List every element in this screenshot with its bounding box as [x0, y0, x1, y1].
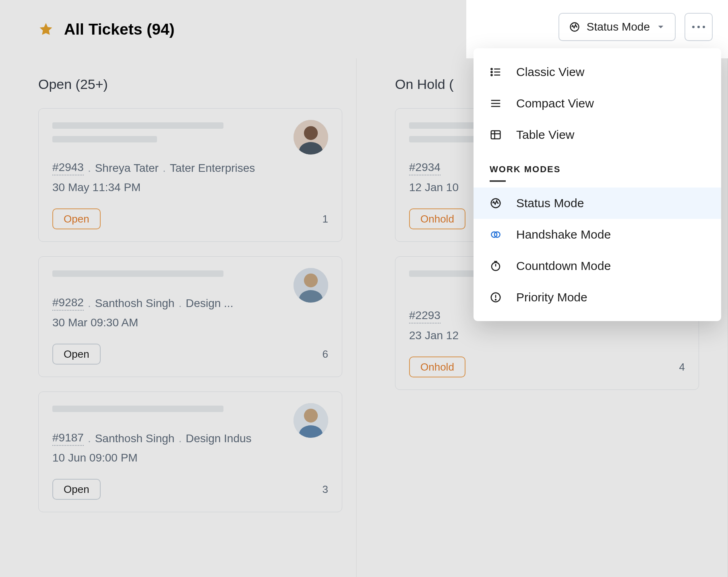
svg-point-5	[304, 274, 318, 287]
meta-sep: .	[88, 162, 91, 175]
ticket-count: 1	[323, 213, 328, 225]
menu-group-header: WORK MODES	[474, 150, 721, 188]
menu-item-compact-view[interactable]: Compact View	[474, 88, 721, 119]
skeleton-line	[52, 406, 223, 412]
alert-icon	[490, 291, 502, 303]
ticket-owner: Santhosh Singh	[95, 297, 175, 310]
handshake-icon	[490, 229, 502, 241]
ticket-company: Tater Enterprises	[170, 162, 255, 175]
ticket-timestamp: 23 Jan 12	[409, 329, 685, 342]
ticket-card[interactable]: #9187 . Santhosh Singh . Design Indus 10…	[38, 392, 342, 512]
menu-group-label: WORK MODES	[490, 164, 705, 175]
ticket-owner: Shreya Tater	[95, 162, 159, 175]
ticket-footer: Open 1	[52, 208, 328, 229]
table-icon	[490, 129, 502, 141]
ticket-card[interactable]: #2943 . Shreya Tater . Tater Enterprises…	[38, 108, 342, 242]
timer-icon	[490, 260, 502, 272]
svg-point-30	[495, 299, 496, 300]
lines-icon	[490, 97, 502, 109]
ticket-id[interactable]: #9187	[52, 431, 84, 446]
page-title-text: All Tickets	[64, 21, 142, 38]
menu-item-countdown-mode[interactable]: Countdown Mode	[474, 250, 721, 282]
menu-label: Priority Mode	[516, 291, 587, 304]
ticket-footer: Open 3	[52, 479, 328, 500]
column-title: Open (25+)	[38, 76, 342, 92]
avatar	[294, 268, 328, 303]
ticket-owner: Santhosh Singh	[95, 432, 175, 445]
ticket-footer: Onhold 4	[409, 357, 685, 377]
ticket-timestamp: 30 Mar 09:30 AM	[52, 316, 328, 329]
status-icon	[569, 21, 580, 33]
more-button[interactable]	[685, 13, 713, 41]
menu-label: Countdown Mode	[516, 259, 611, 273]
meta-sep: .	[163, 162, 166, 175]
page-title: All Tickets (94)	[64, 21, 175, 38]
svg-point-2	[304, 126, 318, 140]
avatar	[294, 120, 328, 155]
ticket-timestamp: 10 Jun 09:00 PM	[52, 451, 328, 464]
status-pill[interactable]: Open	[52, 208, 101, 229]
ticket-id[interactable]: #2934	[409, 161, 441, 175]
view-mode-dropdown: Classic View Compact View Table View WOR…	[474, 48, 721, 321]
star-icon	[38, 22, 54, 37]
menu-label: Compact View	[516, 97, 594, 110]
svg-point-10	[491, 68, 492, 70]
menu-item-priority-mode[interactable]: Priority Mode	[474, 282, 721, 313]
ticket-meta: #9187 . Santhosh Singh . Design Indus	[52, 431, 328, 446]
meta-sep: .	[88, 297, 91, 310]
status-pill[interactable]: Open	[52, 479, 101, 500]
status-pill[interactable]: Onhold	[409, 208, 465, 229]
svg-rect-19	[491, 131, 500, 139]
menu-label: Classic View	[516, 65, 585, 79]
ticket-count: 6	[323, 348, 328, 361]
status-icon	[490, 197, 502, 209]
ticket-id[interactable]: #2293	[409, 309, 441, 324]
status-pill[interactable]: Open	[52, 344, 101, 365]
svg-point-12	[491, 71, 492, 72]
menu-item-handshake-mode[interactable]: Handshake Mode	[474, 219, 721, 250]
menu-group-underline	[490, 180, 506, 182]
ticket-meta: #9282 . Santhosh Singh . Design ...	[52, 296, 328, 311]
ticket-count: 3	[323, 483, 328, 496]
ticket-meta: #2943 . Shreya Tater . Tater Enterprises	[52, 161, 328, 175]
ticket-footer: Open 6	[52, 344, 328, 365]
ticket-id[interactable]: #9282	[52, 296, 84, 311]
svg-point-14	[491, 74, 492, 76]
menu-item-classic-view[interactable]: Classic View	[474, 56, 721, 88]
menu-item-table-view[interactable]: Table View	[474, 119, 721, 150]
ticket-id[interactable]: #2943	[52, 161, 84, 175]
page-title-count: (94)	[147, 21, 174, 38]
ticket-company: Design Indus	[186, 432, 251, 445]
header-actions: Status Mode	[550, 13, 713, 41]
column-open: Open (25+) #2943 . Shreya Tater . Tater …	[0, 58, 357, 577]
skeleton-line	[52, 122, 223, 129]
menu-item-status-mode[interactable]: Status Mode	[474, 188, 721, 219]
meta-sep: .	[88, 432, 91, 445]
menu-label: Handshake Mode	[516, 228, 611, 241]
ticket-company: Design ...	[186, 297, 233, 310]
status-pill[interactable]: Onhold	[409, 357, 465, 377]
ticket-card[interactable]: #9282 . Santhosh Singh . Design ... 30 M…	[38, 256, 342, 377]
skeleton-line	[52, 136, 157, 142]
status-mode-button[interactable]: Status Mode	[558, 13, 676, 41]
chevron-down-icon	[656, 23, 665, 31]
status-mode-label: Status Mode	[587, 21, 650, 33]
ticket-timestamp: 30 May 11:34 PM	[52, 181, 328, 194]
skeleton-line	[52, 270, 223, 277]
list-icon	[490, 66, 502, 78]
avatar	[294, 403, 328, 438]
menu-label: Status Mode	[516, 196, 584, 210]
meta-sep: .	[178, 432, 182, 445]
menu-label: Table View	[516, 128, 575, 142]
ticket-count: 4	[679, 361, 685, 373]
svg-point-8	[304, 409, 318, 422]
dots-icon	[692, 26, 705, 28]
meta-sep: .	[178, 297, 182, 310]
